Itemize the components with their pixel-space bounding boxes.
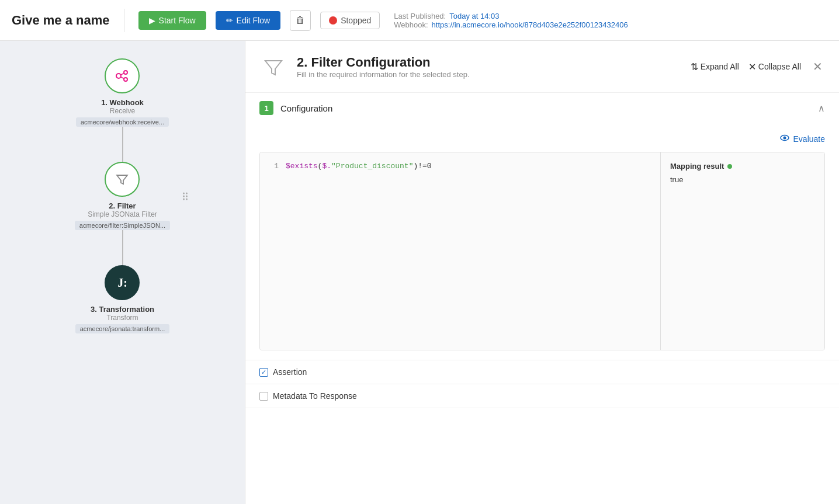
node-3-title: 3. Transformation	[91, 305, 154, 314]
configuration-section: 1 Configuration ∧ Evaluate	[245, 93, 839, 360]
connector-2	[122, 230, 123, 265]
node-2-tag: acmecore/filter:SimpleJSON...	[75, 221, 170, 230]
status-dot	[329, 16, 337, 25]
node-2-sub: Simple JSONata Filter	[88, 210, 157, 218]
collapse-all-button[interactable]: ✕ Collapse All	[748, 61, 801, 72]
node-1-sub: Receive	[110, 107, 135, 115]
page-title: Give me a name	[12, 13, 110, 28]
node-circle-filter[interactable]	[105, 162, 140, 197]
node-2-title: 2. Filter	[109, 201, 136, 210]
node-3-sub: Transform	[106, 314, 138, 322]
code-string: "Product_discount"	[331, 162, 413, 171]
code-editor[interactable]: 1 $exists($."Product_discount")!=0	[260, 152, 661, 350]
node-1-title: 1. Webhook	[101, 98, 144, 107]
topbar: Give me a name ▶ Start Flow ✏ Edit Flow …	[0, 0, 839, 41]
mapping-result-title: Mapping result	[670, 162, 815, 171]
main-layout: 1. Webhook Receive acmecore/webhook:rece…	[0, 41, 839, 504]
status-label: Stopped	[341, 16, 371, 25]
svg-point-2	[124, 78, 127, 81]
metadata-label: Metadata To Response	[273, 391, 357, 401]
section-body: Evaluate 1 $exists($."Product_discount")…	[245, 123, 839, 360]
pencil-icon: ✏	[226, 16, 233, 25]
expand-all-label: Expand All	[701, 62, 739, 71]
trash-icon: 🗑	[296, 15, 305, 26]
topbar-divider	[124, 9, 124, 32]
mapping-green-dot	[727, 164, 732, 169]
evaluate-button[interactable]: Evaluate	[779, 133, 825, 145]
code-path: $.	[322, 162, 331, 171]
right-header-actions: ⇅ Expand All ✕ Collapse All ✕	[691, 57, 825, 76]
flow-node-webhook: 1. Webhook Receive acmecore/webhook:rece…	[76, 58, 169, 127]
eye-icon	[779, 133, 790, 145]
collapse-all-label: Collapse All	[758, 62, 801, 71]
collapse-icon: ✕	[748, 61, 756, 72]
start-flow-button[interactable]: ▶ Start Flow	[138, 11, 206, 30]
mapping-result-label: Mapping result	[670, 162, 724, 171]
close-panel-button[interactable]: ✕	[810, 57, 825, 76]
filter-large-icon	[259, 53, 287, 81]
mapping-result-value: true	[670, 175, 815, 184]
expand-all-button[interactable]: ⇅ Expand All	[691, 61, 739, 72]
mapping-result-panel: Mapping result true	[661, 152, 824, 350]
right-panel: 2. Filter Configuration Fill in the requ…	[245, 41, 839, 504]
connector-1	[122, 127, 123, 162]
transform-icon-text: J:	[117, 276, 127, 290]
node-3-tag: acmecore/jsonata:transform...	[75, 324, 170, 333]
delete-button[interactable]: 🗑	[290, 10, 311, 31]
right-subheading: Fill in the required information for the…	[297, 70, 470, 79]
svg-line-3	[121, 74, 124, 75]
svg-point-6	[783, 137, 786, 140]
node-circle-webhook[interactable]	[105, 58, 140, 93]
topbar-meta: Last Published: Today at 14:03 Webhook: …	[394, 12, 627, 29]
evaluate-row: Evaluate	[259, 133, 825, 145]
code-content-1: $exists($."Product_discount")!=0	[286, 162, 432, 171]
assertion-checkbox[interactable]	[259, 368, 268, 377]
section-number: 1	[259, 101, 273, 115]
expand-icon: ⇅	[691, 61, 698, 72]
svg-point-0	[116, 74, 121, 78]
left-panel: 1. Webhook Receive acmecore/webhook:rece…	[0, 41, 245, 504]
chevron-up-icon: ∧	[818, 103, 825, 114]
right-header: 2. Filter Configuration Fill in the requ…	[245, 41, 839, 93]
svg-line-4	[121, 77, 124, 79]
last-published-label: Last Published:	[394, 12, 446, 20]
start-flow-label: Start Flow	[159, 16, 196, 25]
code-line-1: 1 $exists($."Product_discount")!=0	[269, 162, 651, 171]
status-badge: Stopped	[320, 12, 380, 29]
edit-flow-label: Edit Flow	[237, 16, 271, 25]
line-number-1: 1	[269, 162, 279, 171]
flow-node-transform: J: 3. Transformation Transform acmecore/…	[75, 265, 170, 333]
edit-flow-button[interactable]: ✏ Edit Flow	[216, 11, 281, 30]
assertion-label: Assertion	[273, 367, 307, 377]
right-heading: 2. Filter Configuration	[297, 55, 470, 70]
right-header-text: 2. Filter Configuration Fill in the requ…	[297, 55, 470, 79]
play-icon: ▶	[149, 16, 155, 25]
node-circle-transform[interactable]: J:	[105, 265, 140, 300]
code-fn: $exists	[286, 162, 318, 171]
webhook-label: Webhook:	[394, 20, 428, 29]
svg-point-1	[124, 71, 127, 74]
webhook-url-link[interactable]: https://in.acmecore.io/hook/878d403e2e25…	[432, 20, 628, 29]
evaluate-label: Evaluate	[793, 134, 825, 144]
last-published-value: Today at 14:03	[449, 12, 499, 20]
flow-node-filter: 2. Filter Simple JSONata Filter acmecore…	[75, 162, 170, 230]
section-header[interactable]: 1 Configuration ∧	[245, 93, 839, 123]
drag-handle-filter[interactable]	[183, 192, 188, 200]
metadata-checkbox[interactable]	[259, 392, 268, 401]
section-title: Configuration	[280, 103, 811, 113]
node-1-tag: acmecore/webhook:receive...	[76, 117, 169, 127]
metadata-row[interactable]: Metadata To Response	[245, 384, 839, 408]
assertion-row[interactable]: Assertion	[245, 360, 839, 384]
code-result-row: 1 $exists($."Product_discount")!=0 Mappi…	[259, 152, 825, 350]
